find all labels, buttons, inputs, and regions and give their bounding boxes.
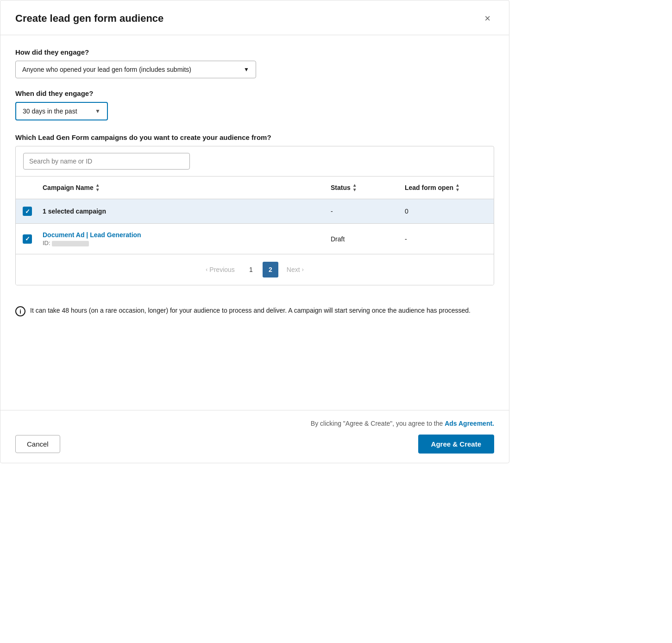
when-label: When did they engage?: [15, 89, 494, 97]
summary-name: 1 selected campaign: [43, 208, 106, 215]
campaign-lead-form-cell: -: [401, 233, 494, 245]
status-sort-icon: ▲▼: [352, 183, 357, 192]
status-header-label: Status: [331, 184, 351, 191]
summary-name-cell: 1 selected campaign: [39, 206, 327, 217]
footer-buttons: Cancel Agree & Create: [15, 435, 494, 454]
which-label: Which Lead Gen Form campaigns do you wan…: [15, 133, 494, 141]
summary-lead-form-cell: 0: [401, 206, 494, 217]
campaign-lead-form-open: -: [405, 235, 407, 243]
campaign-name-header[interactable]: Campaign Name ▲▼: [39, 181, 327, 194]
campaign-id-row: ID:: [43, 240, 323, 246]
modal-header: Create lead gen form audience ×: [0, 0, 509, 35]
table-header: Campaign Name ▲▼ Status ▲▼ Lead form ope…: [16, 177, 494, 199]
summary-status: -: [331, 208, 333, 215]
campaign-name-link[interactable]: Document Ad | Lead Generation: [43, 231, 323, 239]
campaign-id-label: ID:: [43, 240, 50, 246]
engage-dropdown-arrow-icon: ▼: [244, 66, 249, 73]
campaign-name-sort-icon: ▲▼: [95, 183, 100, 192]
table-row-summary: 1 selected campaign - 0: [16, 199, 494, 224]
next-chevron-icon: ›: [302, 266, 304, 273]
search-row: [16, 146, 494, 177]
campaign-status-cell: Draft: [327, 233, 401, 245]
checkbox-header-cell: [16, 181, 39, 194]
status-header[interactable]: Status ▲▼: [327, 181, 401, 194]
campaigns-table: Campaign Name ▲▼ Status ▲▼ Lead form ope…: [15, 146, 494, 285]
agree-create-button[interactable]: Agree & Create: [418, 435, 494, 454]
close-button[interactable]: ×: [481, 12, 494, 25]
campaign-checkbox-cell: [16, 233, 39, 246]
ads-agreement-link[interactable]: Ads Agreement.: [445, 420, 494, 427]
previous-label: Previous: [209, 266, 234, 273]
which-section: Which Lead Gen Form campaigns do you wan…: [15, 133, 494, 285]
info-icon: i: [15, 306, 25, 316]
agreement-text: By clicking "Agree & Create", you agree …: [311, 420, 445, 427]
next-label: Next: [287, 266, 300, 273]
create-lead-gen-form-modal: Create lead gen form audience × How did …: [0, 0, 509, 463]
modal-body: How did they engage? Anyone who opened y…: [0, 35, 509, 410]
lead-form-open-header[interactable]: Lead form open ▲▼: [401, 181, 494, 194]
footer-agreement: By clicking "Agree & Create", you agree …: [15, 420, 494, 427]
engage-dropdown-value: Anyone who opened your lead gen form (in…: [22, 66, 191, 73]
summary-status-cell: -: [327, 206, 401, 217]
previous-chevron-icon: ‹: [206, 266, 207, 273]
when-section: When did they engage? 30 days in the pas…: [15, 89, 494, 120]
summary-checkbox[interactable]: [23, 207, 32, 216]
info-box: i It can take 48 hours (on a rare occasi…: [15, 298, 494, 328]
days-dropdown-arrow-icon: ▼: [95, 108, 100, 114]
campaign-id-value: [52, 241, 89, 246]
cancel-button[interactable]: Cancel: [15, 435, 60, 453]
engage-dropdown[interactable]: Anyone who opened your lead gen form (in…: [15, 61, 256, 78]
previous-button[interactable]: ‹ Previous: [201, 263, 239, 276]
lead-form-open-header-label: Lead form open: [405, 184, 453, 191]
page-2-button[interactable]: 2: [263, 262, 278, 277]
next-button[interactable]: Next ›: [282, 263, 308, 276]
campaign-name-cell: Document Ad | Lead Generation ID:: [39, 229, 327, 248]
campaign-name-header-label: Campaign Name: [43, 184, 94, 191]
modal-footer: By clicking "Agree & Create", you agree …: [0, 410, 509, 463]
page-1-button[interactable]: 1: [243, 262, 259, 277]
pagination-row: ‹ Previous 1 2 Next ›: [16, 254, 494, 285]
modal-title: Create lead gen form audience: [15, 13, 163, 25]
search-input[interactable]: [23, 153, 190, 170]
table-row: Document Ad | Lead Generation ID: Draft …: [16, 224, 494, 254]
days-dropdown[interactable]: 30 days in the past ▼: [15, 102, 108, 120]
engage-label: How did they engage?: [15, 48, 494, 56]
engage-section: How did they engage? Anyone who opened y…: [15, 48, 494, 78]
lead-form-open-sort-icon: ▲▼: [455, 183, 460, 192]
days-dropdown-value: 30 days in the past: [23, 107, 77, 115]
campaign-status: Draft: [331, 235, 345, 243]
info-text: It can take 48 hours (on a rare occasion…: [30, 306, 471, 315]
summary-checkbox-cell: [16, 205, 39, 218]
summary-lead-form-open: 0: [405, 208, 408, 215]
campaign-checkbox[interactable]: [23, 234, 32, 244]
